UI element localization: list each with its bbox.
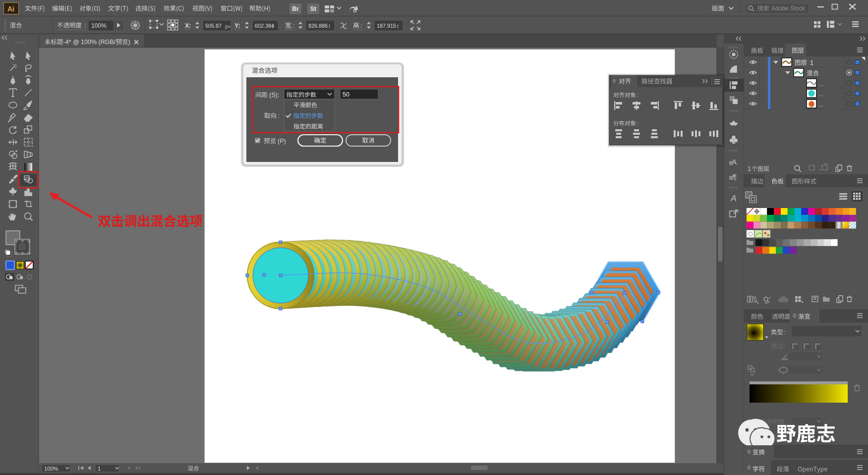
svg-text:602.384: 602.384	[255, 23, 274, 29]
svg-text::: :	[637, 92, 638, 98]
svg-text:826.886: 826.886	[308, 23, 328, 29]
svg-text:-4* @ 100% (RGB/: -4* @ 100% (RGB/	[63, 39, 116, 46]
svg-text:): )	[128, 39, 130, 46]
svg-text:I: I	[329, 23, 330, 29]
svg-text:p»: p»	[225, 23, 231, 29]
svg-text:100%: 100%	[91, 22, 107, 29]
svg-text:I: I	[272, 23, 274, 29]
svg-text:Br: Br	[292, 5, 299, 12]
svg-text:(P): (P)	[278, 138, 286, 145]
svg-text::: :	[84, 22, 86, 29]
svg-text:1: 1	[810, 59, 813, 66]
svg-text:X:: X:	[185, 22, 191, 29]
svg-text::: :	[637, 120, 638, 126]
svg-text:?: ?	[15, 239, 18, 244]
svg-text::: :	[784, 329, 786, 336]
svg-text::: :	[784, 343, 786, 350]
svg-text:505.87: 505.87	[205, 23, 222, 29]
svg-text:Y:: Y:	[234, 22, 240, 29]
svg-text:187.915: 187.915	[377, 23, 396, 29]
svg-text:?: ?	[28, 239, 30, 244]
svg-text:...: ...	[819, 81, 823, 87]
svg-text:1: 1	[748, 165, 751, 172]
svg-text:?: ?	[21, 251, 24, 256]
svg-text:...: ...	[819, 102, 823, 107]
svg-text::: :	[292, 22, 294, 29]
svg-text:A: A	[730, 194, 736, 203]
svg-text:Adobe Stock: Adobe Stock	[771, 5, 806, 12]
svg-text::: :	[360, 22, 362, 29]
svg-text:?: ?	[21, 239, 24, 244]
svg-text::: :	[787, 419, 789, 425]
svg-text::: :	[278, 112, 280, 119]
svg-text:100%: 100%	[44, 466, 58, 472]
svg-text:...: ...	[819, 91, 823, 97]
svg-text:I: I	[397, 23, 399, 29]
svg-text:?: ?	[15, 251, 18, 256]
svg-text:?: ?	[28, 251, 30, 256]
svg-text:St: St	[310, 5, 316, 12]
svg-text:50: 50	[343, 91, 349, 98]
svg-text:Ai: Ai	[7, 5, 14, 13]
svg-text:¶: ¶	[733, 172, 737, 181]
svg-text:1: 1	[98, 466, 101, 472]
svg-text:(S):: (S):	[269, 92, 279, 99]
